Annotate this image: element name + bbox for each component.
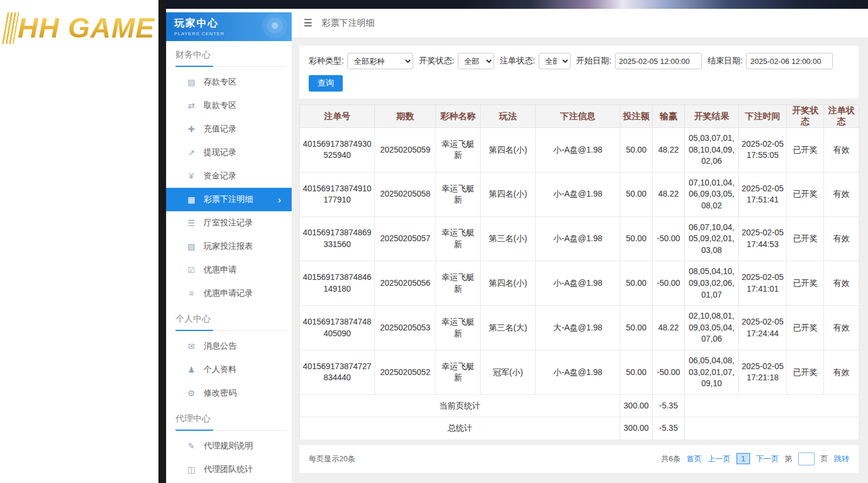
column-header: 下注信息 xyxy=(536,105,620,128)
cell-play-type: 第三名(小) xyxy=(481,217,536,261)
table-head: 注单号期数彩种名称玩法下注信息投注额输赢开奖结果下注时间开奖状态注单状态 xyxy=(300,105,859,128)
sidebar-item[interactable]: 修改密码 xyxy=(166,381,292,405)
cell-bet-info: 大-A盘@1.98 xyxy=(536,306,620,350)
sidebar-item[interactable]: 存款专区 xyxy=(166,70,292,94)
lottery-type-label: 彩种类型: xyxy=(309,56,344,66)
sidebar-item[interactable]: 优惠申请记录 xyxy=(166,282,292,305)
decorative-circles xyxy=(260,13,287,40)
pagination-bar: 每页显示20条 共6条 首页 上一页 1 下一页 第 页 跳转 xyxy=(299,445,859,473)
sidebar-item[interactable]: 代理规则说明 xyxy=(166,434,292,458)
draw-status-label: 开奖状态: xyxy=(419,56,454,66)
sidebar-item-label: 优惠申请 xyxy=(204,265,237,275)
column-header: 玩法 xyxy=(481,105,536,128)
summary-row-current-page: 当前页统计 300.00 -5.35 xyxy=(300,394,859,417)
cell-draw-status: 已开奖 xyxy=(787,306,824,350)
next-page-link[interactable]: 下一页 xyxy=(756,454,779,464)
cell-bet-info: 小-A盘@1.98 xyxy=(536,261,620,306)
start-date-input[interactable] xyxy=(615,53,702,69)
sidebar-item-label: 取款专区 xyxy=(204,100,237,111)
sidebar-item-label: 充值记录 xyxy=(204,124,237,134)
sidebar-item-label: 代理团队统计 xyxy=(204,464,253,475)
sidebar-item[interactable]: 玩家投注报表 xyxy=(166,235,292,258)
lottery-type-select[interactable]: 全部彩种 xyxy=(347,53,413,69)
cell-play-type: 冠军(小) xyxy=(481,350,536,394)
page-jump-input[interactable] xyxy=(798,452,815,465)
column-header: 下注时间 xyxy=(739,105,787,128)
hall-record-icon xyxy=(186,218,197,228)
sidebar-item[interactable]: 彩票下注明细 xyxy=(166,188,292,211)
jump-prefix-label: 第 xyxy=(785,454,792,464)
summary-empty xyxy=(685,417,859,440)
cell-bet-status: 有效 xyxy=(824,217,859,261)
cell-bet-amount: 50.00 xyxy=(620,128,653,173)
sidebar-item[interactable]: 厅室投注记录 xyxy=(166,211,292,235)
table-row: 401569173874930525940 20250205059 幸运飞艇新 … xyxy=(300,128,859,173)
column-header: 彩种名称 xyxy=(436,105,481,128)
sidebar-item-label: 修改密码 xyxy=(204,388,237,398)
withdraw-icon xyxy=(186,101,197,110)
cell-bet-amount: 50.00 xyxy=(620,261,653,306)
cell-draw-result: 08,05,04,10,09,03,02,06,01,07 xyxy=(685,261,739,306)
sidebar-item[interactable]: 代理团队统计 xyxy=(166,458,292,481)
first-page-link[interactable]: 首页 xyxy=(687,454,702,464)
sidebar-item[interactable]: 提现记录 xyxy=(166,141,292,164)
cell-period: 20250205059 xyxy=(375,128,436,173)
page-size-info: 每页显示20条 xyxy=(309,454,355,464)
cell-draw-status: 已开奖 xyxy=(787,350,824,394)
sidebar-section-personal: 个人中心 消息公告 个人资料 xyxy=(166,313,292,405)
bet-status-select[interactable]: 全部 xyxy=(539,53,570,69)
table-body: 401569173874930525940 20250205059 幸运飞艇新 … xyxy=(300,128,859,395)
summary-win-loss: -5.35 xyxy=(653,417,685,440)
cell-draw-result: 02,10,08,01,09,03,05,04,07,06 xyxy=(685,306,739,350)
draw-status-select[interactable]: 全部 xyxy=(458,53,494,69)
cell-bet-info: 小-A盘@1.98 xyxy=(536,350,620,394)
sidebar-item-label: 提现记录 xyxy=(204,147,237,158)
page-title: 彩票下注明细 xyxy=(322,18,374,29)
end-date-input[interactable] xyxy=(746,53,833,69)
sidebar-item-label: 资金记录 xyxy=(204,171,237,181)
cell-bet-status: 有效 xyxy=(824,172,859,217)
cell-bet-status: 有效 xyxy=(824,128,859,173)
cell-play-type: 第四名(小) xyxy=(481,128,536,173)
sidebar-item[interactable]: 充值记录 xyxy=(166,117,292,141)
report-icon xyxy=(186,242,197,251)
deposit-icon xyxy=(186,77,197,87)
sidebar-item-label: 存款专区 xyxy=(204,77,237,87)
cell-draw-result: 06,07,10,04,05,09,02,01,03,08 xyxy=(685,217,739,261)
sidebar-item[interactable]: 优惠申请 xyxy=(166,258,292,282)
sidebar-header: 玩家中心 PLAYERS CENTER xyxy=(166,12,292,41)
total-count: 共6条 xyxy=(661,454,681,464)
sidebar: 玩家中心 PLAYERS CENTER 财务中心 存款专区 取款专区 xyxy=(166,9,292,483)
table-row: 401569173874910177910 20250205058 幸运飞艇新 … xyxy=(300,172,859,217)
cell-draw-status: 已开奖 xyxy=(787,217,824,261)
sidebar-item[interactable]: 资金记录 xyxy=(166,164,292,188)
cashout-icon xyxy=(186,148,197,157)
cell-lottery-name: 幸运飞艇新 xyxy=(436,128,481,173)
summary-bet-amount: 300.00 xyxy=(620,394,653,417)
cell-bet-info: 小-A盘@1.98 xyxy=(536,172,620,217)
current-page-indicator[interactable]: 1 xyxy=(737,453,750,464)
column-header: 开奖状态 xyxy=(787,105,824,128)
cell-win-loss: -50.00 xyxy=(653,261,685,306)
sidebar-item[interactable]: 取款专区 xyxy=(166,94,292,117)
sidebar-item[interactable]: 个人资料 xyxy=(166,358,292,381)
cell-period: 20250205057 xyxy=(375,217,436,261)
sidebar-menu: 代理规则说明 代理团队统计 xyxy=(166,434,292,481)
cell-lottery-name: 幸运飞艇新 xyxy=(436,172,481,217)
sidebar-item[interactable]: 消息公告 xyxy=(166,335,292,358)
column-header: 注单状态 xyxy=(824,105,859,128)
cell-lottery-name: 幸运飞艇新 xyxy=(436,306,481,350)
logo-text: HH GAME xyxy=(18,12,155,44)
cell-bet-status: 有效 xyxy=(824,350,859,394)
search-button[interactable]: 查询 xyxy=(309,75,343,92)
column-header: 输赢 xyxy=(653,105,685,128)
brand-panel: HH GAME xyxy=(0,0,158,483)
sidebar-menu: 存款专区 取款专区 充值记录 xyxy=(166,70,292,305)
prev-page-link[interactable]: 上一页 xyxy=(708,454,731,464)
cell-bet-no: 401569173874727834440 xyxy=(300,350,375,394)
jump-link[interactable]: 跳转 xyxy=(834,454,849,464)
filter-actions: 查询 xyxy=(309,75,849,92)
cell-draw-status: 已开奖 xyxy=(787,261,824,306)
end-date-label: 结束日期: xyxy=(708,56,743,66)
hamburger-menu-icon[interactable] xyxy=(303,17,312,29)
